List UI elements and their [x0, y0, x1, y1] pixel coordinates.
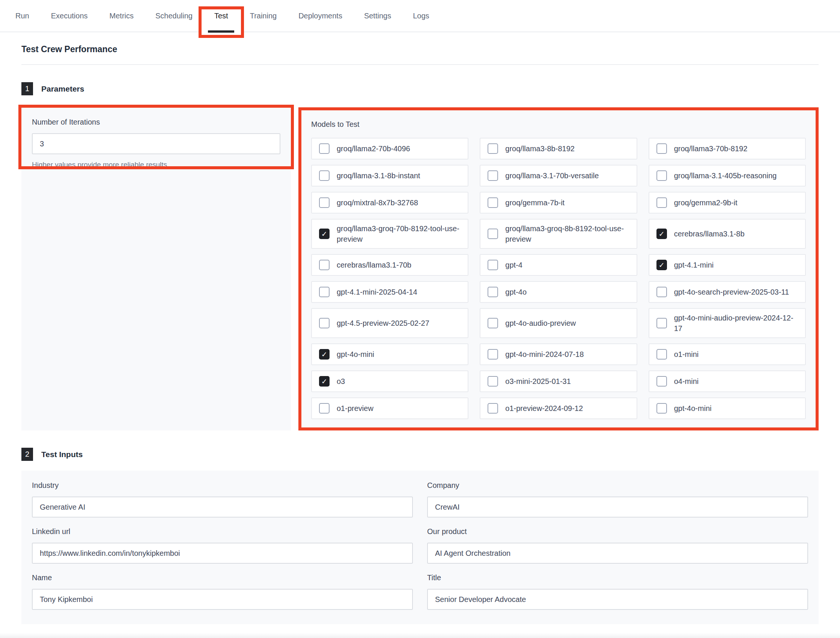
model-option[interactable]: ✓ gpt-4	[480, 254, 637, 276]
model-checkbox[interactable]: ✓	[319, 318, 330, 328]
model-option[interactable]: ✓ groq/llama3-8b-8192	[480, 138, 637, 160]
model-checkbox[interactable]: ✓	[319, 403, 330, 414]
model-option[interactable]: ✓ gpt-4.1-mini-2025-04-14	[311, 281, 469, 303]
model-option[interactable]: ✓ groq/llama3-groq-70b-8192-tool-use-pre…	[311, 219, 469, 249]
model-option[interactable]: ✓ o4-mini	[649, 370, 806, 392]
check-icon: ✓	[659, 262, 665, 269]
page-title: Test Crew Performance	[21, 44, 819, 65]
model-option[interactable]: ✓ gpt-4.5-preview-2025-02-27	[311, 308, 469, 338]
model-option[interactable]: ✓ groq/llama-3.1-8b-instant	[311, 165, 469, 186]
model-option-label: gpt-4o	[505, 287, 527, 297]
model-checkbox[interactable]: ✓	[657, 318, 667, 328]
model-checkbox[interactable]: ✓	[319, 349, 330, 360]
model-option[interactable]: ✓ o1-preview-2024-09-12	[480, 398, 637, 419]
nav-tab-label: Metrics	[110, 12, 134, 20]
test-inputs-panel: Industry Company Linkedin url Our produc…	[21, 471, 819, 624]
model-option[interactable]: ✓ gpt-4o-mini-audio-preview-2024-12-17	[649, 308, 806, 338]
nav-tab-label: Executions	[51, 12, 88, 20]
model-checkbox[interactable]: ✓	[488, 171, 498, 181]
model-option[interactable]: ✓ gpt-4o-mini	[649, 398, 806, 419]
iterations-help-text: Higher values provide more reliable resu…	[32, 161, 280, 169]
tab-metrics[interactable]: Metrics	[99, 0, 145, 32]
model-checkbox[interactable]: ✓	[488, 260, 498, 270]
field-label: Our product	[427, 527, 808, 536]
model-checkbox[interactable]: ✓	[657, 229, 667, 239]
model-checkbox[interactable]: ✓	[488, 376, 498, 387]
model-option[interactable]: ✓ gpt-4o	[480, 281, 637, 303]
model-checkbox[interactable]: ✓	[488, 144, 498, 154]
model-option[interactable]: ✓ groq/llama-3.1-70b-versatile	[480, 165, 637, 186]
model-option[interactable]: ✓ o1-mini	[649, 343, 806, 365]
model-option[interactable]: ✓ gpt-4o-audio-preview	[480, 308, 637, 338]
tab-settings[interactable]: Settings	[353, 0, 402, 32]
model-option-label: o4-mini	[674, 376, 699, 387]
active-tab-underline	[208, 30, 234, 33]
tab-deployments[interactable]: Deployments	[287, 0, 353, 32]
model-option[interactable]: ✓ groq/llama2-70b-4096	[311, 138, 469, 160]
tab-executions[interactable]: Executions	[40, 0, 99, 32]
model-checkbox[interactable]: ✓	[319, 171, 330, 181]
parameters-section-header: 1 Parameters	[21, 82, 819, 95]
model-checkbox[interactable]: ✓	[488, 229, 498, 239]
model-option[interactable]: ✓ groq/llama-3.1-405b-reasoning	[649, 165, 806, 186]
tab-scheduling[interactable]: Scheduling	[145, 0, 204, 32]
model-checkbox[interactable]: ✓	[319, 144, 330, 154]
tab-training[interactable]: Training	[239, 0, 288, 32]
model-checkbox[interactable]: ✓	[657, 376, 667, 387]
model-option-label: gpt-4.5-preview-2025-02-27	[337, 318, 429, 328]
model-checkbox[interactable]: ✓	[488, 318, 498, 328]
model-option-label: gpt-4o-mini	[337, 349, 374, 360]
test-inputs-section-title: Test Inputs	[41, 450, 82, 459]
nav-tab-label: Scheduling	[155, 12, 193, 20]
model-checkbox[interactable]: ✓	[657, 144, 667, 154]
model-option-label: gpt-4.1-mini	[674, 260, 714, 270]
model-option-label: cerebras/llama3.1-8b	[674, 229, 745, 239]
test-input-field: Name	[32, 573, 413, 610]
field-input-name[interactable]	[32, 589, 413, 610]
model-option[interactable]: ✓ groq/llama3-groq-8b-8192-tool-use-prev…	[480, 219, 637, 249]
model-option[interactable]: ✓ o3	[311, 370, 469, 392]
model-checkbox[interactable]: ✓	[657, 287, 667, 297]
model-checkbox[interactable]: ✓	[319, 229, 330, 239]
model-checkbox[interactable]: ✓	[657, 349, 667, 360]
field-input-company[interactable]	[427, 496, 808, 518]
model-option[interactable]: ✓ groq/mixtral-8x7b-32768	[311, 192, 469, 213]
field-input-our-product[interactable]	[427, 543, 808, 564]
model-option-label: o1-preview	[337, 403, 373, 414]
field-input-title[interactable]	[427, 589, 808, 610]
model-checkbox[interactable]: ✓	[319, 260, 330, 270]
model-option[interactable]: ✓ cerebras/llama3.1-70b	[311, 254, 469, 276]
field-input-industry[interactable]	[32, 496, 413, 518]
model-option[interactable]: ✓ gpt-4o-search-preview-2025-03-11	[649, 281, 806, 303]
model-checkbox[interactable]: ✓	[657, 171, 667, 181]
model-option-label: groq/llama-3.1-405b-reasoning	[674, 171, 777, 181]
model-option[interactable]: ✓ gpt-4o-mini	[311, 343, 469, 365]
model-checkbox[interactable]: ✓	[319, 376, 330, 387]
model-checkbox[interactable]: ✓	[657, 260, 667, 270]
tab-test[interactable]: Test	[204, 0, 239, 32]
parameters-row: Number of Iterations Higher values provi…	[21, 107, 819, 431]
model-checkbox[interactable]: ✓	[319, 197, 330, 208]
model-checkbox[interactable]: ✓	[319, 287, 330, 297]
model-checkbox[interactable]: ✓	[488, 197, 498, 208]
model-option[interactable]: ✓ groq/llama3-70b-8192	[649, 138, 806, 160]
model-option[interactable]: ✓ cerebras/llama3.1-8b	[649, 219, 806, 249]
model-option[interactable]: ✓ groq/gemma2-9b-it	[649, 192, 806, 213]
model-checkbox[interactable]: ✓	[488, 349, 498, 360]
model-option[interactable]: ✓ o3-mini-2025-01-31	[480, 370, 637, 392]
tab-run[interactable]: Run	[5, 0, 40, 32]
model-checkbox[interactable]: ✓	[657, 403, 667, 414]
field-input-linkedin-url[interactable]	[32, 543, 413, 564]
iterations-input[interactable]	[32, 133, 280, 154]
model-option[interactable]: ✓ groq/gemma-7b-it	[480, 192, 637, 213]
model-checkbox[interactable]: ✓	[657, 197, 667, 208]
model-option-label: groq/gemma-7b-it	[505, 197, 565, 208]
model-checkbox[interactable]: ✓	[488, 287, 498, 297]
model-option[interactable]: ✓ gpt-4o-mini-2024-07-18	[480, 343, 637, 365]
model-option-label: o1-preview-2024-09-12	[505, 403, 583, 414]
model-option-label: cerebras/llama3.1-70b	[337, 260, 411, 270]
model-checkbox[interactable]: ✓	[488, 403, 498, 414]
model-option[interactable]: ✓ gpt-4.1-mini	[649, 254, 806, 276]
tab-logs[interactable]: Logs	[402, 0, 440, 32]
model-option[interactable]: ✓ o1-preview	[311, 398, 469, 419]
